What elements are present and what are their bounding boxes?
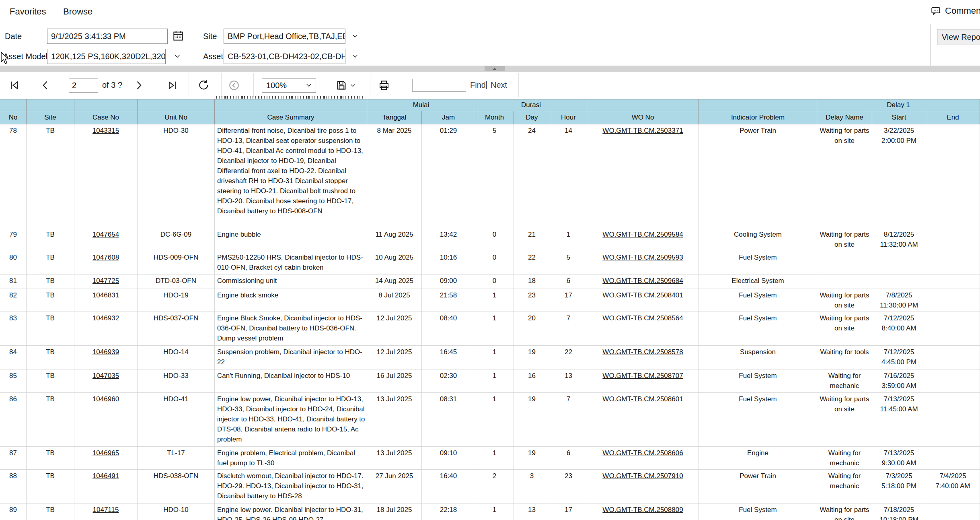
previous-page-button[interactable]: [39, 78, 52, 92]
wo-no-link[interactable]: WO.GMT-TB.CM.2508809: [602, 506, 683, 514]
cell-site: TB: [27, 346, 74, 369]
cell-hour: 6: [550, 274, 587, 289]
cell-delay-end: [926, 124, 980, 228]
asset-model-combobox[interactable]: 120K,125 PS,160K,320D2L,320NG,45: [47, 49, 166, 64]
cell-case-no: 1046939: [74, 346, 138, 369]
cell-month: 1: [475, 312, 514, 346]
cell-hour: 7: [550, 312, 587, 346]
cell-case-summary: Differential front noise, Dicanibal tire…: [215, 124, 367, 228]
wo-no-link[interactable]: WO.GMT-TB.CM.2508564: [602, 314, 683, 322]
cell-indicator-problem: Fuel System: [699, 393, 817, 447]
asset-dropdown-chevron-icon[interactable]: [351, 53, 360, 61]
cell-delay-end: [926, 346, 980, 369]
cell-case-summary: Can't Running, Dicanibal injector to HDS…: [215, 369, 367, 393]
cell-site: TB: [27, 393, 74, 447]
wo-no-link[interactable]: WO.GMT-TB.CM.2503371: [602, 127, 683, 134]
table-row: 82 TB 1046831 HDO-19 Engine black smoke …: [0, 289, 980, 312]
cell-site: TB: [27, 470, 74, 503]
cell-hour: 6: [550, 447, 587, 470]
cell-site: TB: [27, 369, 74, 393]
cell-delay-name: Waiting for parts on site: [817, 312, 872, 346]
cell-delay-name: [817, 274, 872, 289]
site-dropdown-chevron-icon[interactable]: [351, 33, 360, 41]
cell-site: TB: [27, 289, 74, 312]
find-next-button[interactable]: Next: [491, 80, 507, 90]
cell-case-summary: Engine low power. Dicanibal injector to …: [215, 503, 367, 520]
cell-day: 19: [514, 447, 550, 470]
case-no-link[interactable]: 1046932: [92, 314, 119, 322]
page-number-input[interactable]: [69, 78, 98, 93]
cell-jam: 08:40: [422, 312, 475, 346]
wo-no-link[interactable]: WO.GMT-TB.CM.2508401: [602, 291, 683, 299]
wo-no-link[interactable]: WO.GMT-TB.CM.2507910: [602, 472, 683, 480]
divider: [402, 73, 402, 97]
cell-tanggal: 13 Jul 2025: [367, 393, 422, 447]
column-header-indicator-problem: Indicator Problem: [699, 111, 817, 124]
case-no-link[interactable]: 1046939: [92, 348, 119, 356]
case-no-link[interactable]: 1046965: [92, 449, 119, 457]
cell-month: 1: [475, 503, 514, 520]
case-no-link[interactable]: 1047725: [92, 277, 119, 285]
cell-day: 3: [514, 470, 550, 503]
next-page-button[interactable]: [132, 78, 146, 92]
comments-button[interactable]: Comments: [930, 6, 980, 16]
cell-delay-end: [926, 274, 980, 289]
case-no-link[interactable]: 1046960: [92, 395, 119, 403]
cell-no: 84: [0, 346, 27, 369]
tab-favorites[interactable]: Favorites: [10, 6, 46, 17]
cell-day: 13: [514, 503, 550, 520]
case-no-link[interactable]: 1047115: [93, 506, 119, 514]
cell-unit-no: HDO-41: [138, 393, 215, 447]
site-combobox[interactable]: BMP Port,Head Office,TB,TAJ,EBL,BR: [224, 29, 345, 44]
wo-no-link[interactable]: WO.GMT-TB.CM.2509684: [602, 277, 683, 285]
cell-month: 1: [475, 369, 514, 393]
wo-no-link[interactable]: WO.GMT-TB.CM.2509593: [602, 254, 683, 261]
asset-model-dropdown-chevron-icon[interactable]: [173, 53, 183, 61]
wo-no-link[interactable]: WO.GMT-TB.CM.2509584: [602, 231, 683, 238]
zoom-value: 100%: [266, 81, 287, 90]
case-no-link[interactable]: 1043315: [92, 127, 119, 134]
asset-combobox[interactable]: CB-523-01,CB-DH423-02,CB-DH423: [224, 49, 345, 64]
refresh-button[interactable]: [197, 78, 211, 92]
cell-no: 88: [0, 470, 27, 503]
cell-unit-no: HDS-009-OFN: [138, 251, 215, 274]
export-chevron-down-icon[interactable]: [348, 78, 357, 92]
zoom-select[interactable]: 100%: [262, 78, 316, 93]
case-no-link[interactable]: 1047608: [92, 254, 119, 261]
view-report-button[interactable]: View Report: [937, 29, 980, 45]
case-no-link[interactable]: 1047035: [92, 372, 119, 380]
cell-case-summary: Engine problem, Electrical problem, Dica…: [215, 447, 367, 470]
collapse-parameters-button[interactable]: [485, 66, 505, 71]
case-no-link[interactable]: 1047654: [92, 231, 119, 238]
case-no-link[interactable]: 1046831: [92, 291, 119, 299]
calendar-icon[interactable]: [172, 29, 185, 42]
cell-case-summary: Engine black smoke: [215, 289, 367, 312]
print-button[interactable]: [377, 78, 391, 92]
cell-delay-name: Waiting for parts on site: [817, 289, 872, 312]
cell-jam: 16:40: [422, 470, 475, 503]
cell-indicator-problem: Fuel System: [699, 312, 817, 346]
first-page-button[interactable]: [7, 78, 21, 92]
case-no-link[interactable]: 1046491: [92, 472, 119, 480]
wo-no-link[interactable]: WO.GMT-TB.CM.2508578: [602, 348, 683, 356]
find-text-input[interactable]: [412, 79, 466, 92]
last-page-button[interactable]: [166, 78, 179, 92]
wo-no-link[interactable]: WO.GMT-TB.CM.2508601: [602, 395, 683, 403]
cell-hour: 7: [550, 393, 587, 447]
column-header-delay-name: Delay Name: [817, 111, 872, 124]
date-input[interactable]: 9/1/2025 3:41:33 PM: [47, 29, 168, 44]
back-to-parent-report-button[interactable]: [227, 78, 241, 92]
wo-no-link[interactable]: WO.GMT-TB.CM.2508606: [602, 449, 683, 457]
cell-delay-end: [926, 312, 980, 346]
cell-day: 18: [514, 274, 550, 289]
divider: [189, 73, 189, 97]
cell-hour: 5: [550, 251, 587, 274]
cell-hour: 17: [550, 503, 587, 520]
wo-no-link[interactable]: WO.GMT-TB.CM.2508707: [602, 372, 683, 380]
export-save-button[interactable]: [335, 78, 348, 92]
find-button[interactable]: Find: [470, 80, 486, 90]
group-header-cell: [0, 99, 27, 111]
tab-browse[interactable]: Browse: [63, 6, 92, 17]
cell-unit-no: HDS-037-OFN: [138, 312, 215, 346]
cell-month: 1: [475, 346, 514, 369]
